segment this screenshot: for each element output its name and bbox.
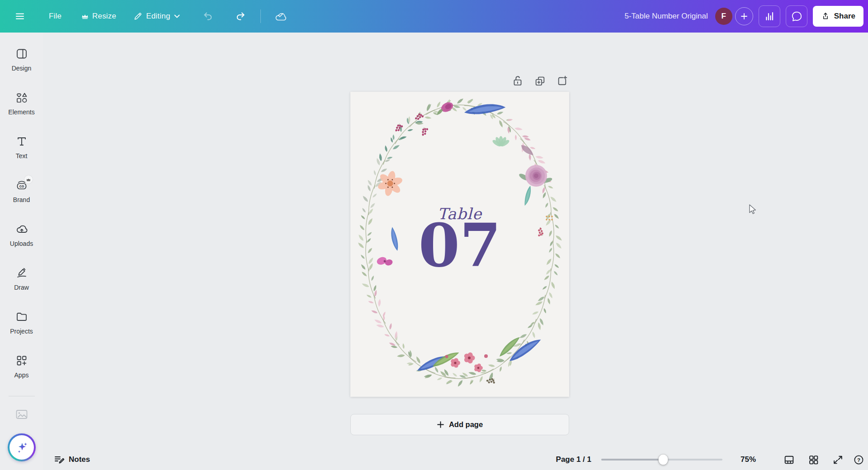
brand-icon: co	[15, 179, 28, 192]
zoom-slider-thumb[interactable]	[658, 455, 668, 465]
sidebar-item-design[interactable]: Design	[0, 43, 43, 87]
add-page-label: Add page	[449, 420, 483, 429]
crown-icon	[81, 13, 89, 19]
notes-label: Notes	[69, 455, 90, 464]
media-placeholder-button[interactable]	[15, 408, 28, 421]
page-controls	[504, 74, 569, 88]
canva-assistant-button[interactable]	[8, 433, 36, 461]
sidebar-label: Apps	[14, 371, 29, 379]
main-menu-button[interactable]	[5, 6, 34, 27]
sidebar-label: Elements	[8, 108, 34, 116]
file-menu-label: File	[49, 12, 61, 21]
grid-view-button[interactable]	[807, 454, 819, 465]
sidebar-item-projects[interactable]: Projects	[0, 306, 43, 350]
top-toolbar: File Resize Editing	[0, 0, 868, 33]
help-button[interactable]: ?	[853, 454, 864, 465]
add-page-button[interactable]: Add page	[350, 414, 569, 435]
save-status-button[interactable]	[266, 6, 295, 27]
share-upload-icon	[821, 12, 830, 21]
canva-editor: File Resize Editing	[0, 0, 868, 470]
sidebar: Design Elements Text	[0, 33, 43, 470]
toolbar-left: File Resize Editing	[0, 6, 295, 27]
mouse-cursor	[747, 203, 759, 216]
zoom-level-label[interactable]: 75%	[741, 455, 758, 464]
editing-mode-button[interactable]: Editing	[129, 6, 184, 27]
design-icon	[15, 47, 28, 60]
document-title[interactable]: 5-Table Number Original	[625, 12, 708, 21]
pencil-icon	[133, 12, 142, 21]
comment-bubble-icon	[791, 10, 802, 22]
design-page[interactable]: Table 07	[350, 92, 569, 397]
toolbar-right: 5-Table Number Original F	[625, 5, 868, 27]
status-bar: Notes Page 1 / 1 75%	[43, 449, 868, 470]
fullscreen-button[interactable]	[832, 454, 844, 465]
share-button[interactable]: Share	[813, 6, 863, 27]
file-menu-button[interactable]: File	[41, 6, 70, 27]
upload-cloud-icon	[15, 223, 28, 235]
sidebar-label: Design	[12, 65, 32, 72]
hamburger-icon	[14, 11, 25, 22]
sparkle-icon	[9, 435, 34, 460]
resize-button[interactable]: Resize	[77, 6, 121, 27]
notes-icon	[54, 454, 65, 465]
bar-chart-icon	[764, 10, 775, 22]
apps-grid-icon	[15, 354, 28, 367]
undo-icon	[203, 11, 213, 22]
plus-icon	[437, 421, 444, 428]
svg-text:co: co	[19, 184, 24, 188]
draw-pen-icon	[15, 267, 28, 279]
help-icon: ?	[853, 454, 864, 465]
crown-badge-icon	[24, 175, 33, 183]
folder-icon	[15, 310, 28, 323]
page-indicator: Page 1 / 1	[556, 455, 591, 464]
undo-button[interactable]	[193, 6, 222, 27]
cloud-saved-icon	[274, 10, 288, 22]
image-icon	[15, 408, 28, 421]
notes-button[interactable]: Notes	[54, 454, 90, 465]
add-page-icon	[556, 75, 568, 87]
sidebar-label: Text	[16, 152, 28, 160]
sidebar-item-brand[interactable]: co Brand	[0, 175, 43, 219]
svg-text:?: ?	[857, 457, 860, 462]
chevron-down-icon	[174, 14, 180, 19]
pages-view-icon	[783, 454, 795, 465]
sidebar-item-text[interactable]: Text	[0, 131, 43, 175]
sidebar-item-uploads[interactable]: Uploads	[0, 219, 43, 263]
redo-button[interactable]	[226, 6, 255, 27]
zoom-slider-fill	[601, 459, 663, 461]
sidebar-label: Draw	[14, 284, 29, 291]
user-avatar[interactable]: F	[715, 8, 732, 25]
duplicate-page-button[interactable]	[533, 74, 547, 88]
sidebar-label: Brand	[13, 196, 30, 203]
unlock-page-button[interactable]	[511, 74, 524, 88]
plus-icon	[741, 13, 748, 20]
add-page-icon-button[interactable]	[555, 74, 569, 88]
invite-members-button[interactable]	[735, 7, 753, 25]
elements-icon	[15, 91, 28, 104]
grid-view-icon	[808, 454, 819, 465]
table-number-text[interactable]: 07	[350, 215, 569, 276]
zoom-slider[interactable]	[601, 455, 722, 465]
sidebar-label: Projects	[10, 328, 33, 335]
text-icon	[15, 135, 28, 148]
editing-mode-label: Editing	[146, 12, 170, 21]
sidebar-item-elements[interactable]: Elements	[0, 87, 43, 131]
sidebar-label: Uploads	[10, 240, 33, 247]
share-label: Share	[834, 12, 855, 21]
comments-button[interactable]	[786, 5, 807, 27]
sidebar-item-apps[interactable]: Apps	[0, 350, 43, 394]
expand-arrows-icon	[832, 454, 844, 465]
pages-view-button[interactable]	[783, 454, 795, 465]
resize-label: Resize	[92, 12, 116, 21]
redo-icon	[235, 11, 246, 22]
insights-button[interactable]	[759, 5, 780, 27]
sidebar-item-draw[interactable]: Draw	[0, 263, 43, 306]
duplicate-plus-icon	[534, 75, 546, 87]
sidebar-divider	[9, 396, 35, 396]
toolbar-divider	[260, 9, 261, 23]
unlock-icon	[512, 75, 524, 87]
